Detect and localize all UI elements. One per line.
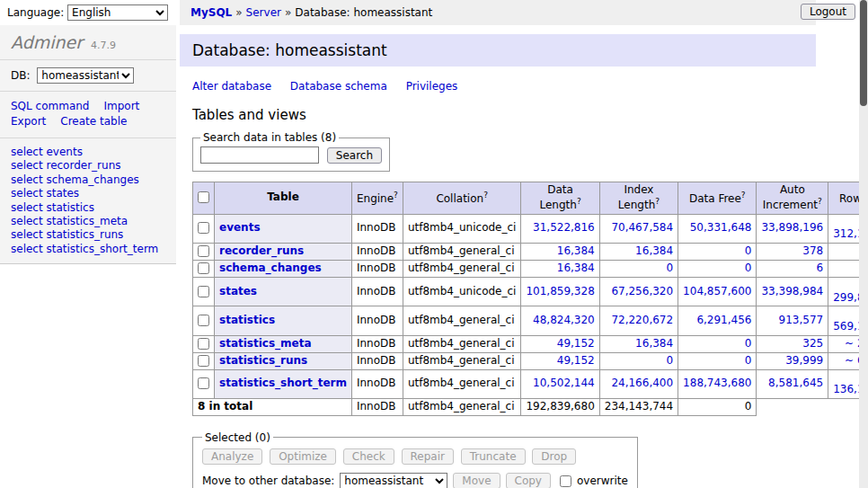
data-length-cell: 48,824,320 <box>521 306 599 336</box>
db-select[interactable]: homeassistant <box>37 67 134 84</box>
sidebar-export-link[interactable]: Export <box>11 115 46 128</box>
data-length-link[interactable]: 16,384 <box>557 244 595 257</box>
sidebar-create-table-link[interactable]: Create table <box>60 115 127 128</box>
table-name-cell: events <box>215 214 352 244</box>
auto-increment-link[interactable]: 913,577 <box>779 314 824 326</box>
row-checkbox[interactable] <box>198 355 209 367</box>
auto-increment-link[interactable]: 325 <box>802 337 823 350</box>
index-length-link[interactable]: 24,166,400 <box>611 377 673 389</box>
row-checkbox[interactable] <box>198 338 209 350</box>
table-name-link[interactable]: statistics_runs <box>219 354 307 367</box>
optimize-button[interactable]: Optimize <box>270 448 336 465</box>
copy-button[interactable]: Copy <box>506 473 551 488</box>
data-free-link[interactable]: 0 <box>745 244 752 257</box>
data-free-link[interactable]: 0 <box>745 337 752 350</box>
sidebar-sql-command-link[interactable]: SQL command <box>11 100 89 112</box>
table-name-link[interactable]: states <box>219 285 257 297</box>
table-name-link[interactable]: schema_changes <box>219 262 322 274</box>
row-checkbox[interactable] <box>198 377 209 389</box>
table-name-link[interactable]: statistics_short_term <box>219 377 347 389</box>
data-free-link[interactable]: 188,743,680 <box>683 377 751 389</box>
move-button[interactable]: Move <box>453 473 500 488</box>
data-free-link[interactable]: 6,291,456 <box>696 314 751 326</box>
adminer-logo-link[interactable]: Adminer <box>11 32 83 52</box>
data-length-link[interactable]: 49,152 <box>557 354 595 367</box>
row-checkbox[interactable] <box>198 262 209 274</box>
sidebar-select-events-link[interactable]: select events <box>11 146 165 159</box>
search-input[interactable] <box>200 146 319 164</box>
auto-increment-cell: 6 <box>757 260 828 277</box>
database-schema-link[interactable]: Database schema <box>290 80 387 93</box>
data-length-link[interactable]: 16,384 <box>557 262 595 274</box>
search-legend: Search data in tables (8) <box>200 131 339 144</box>
sidebar-select-recorder-runs-link[interactable]: select recorder_runs <box>11 159 165 173</box>
auto-increment-link[interactable]: 39,999 <box>785 354 823 367</box>
index-length-link[interactable]: 16,384 <box>635 244 673 257</box>
row-checkbox[interactable] <box>198 222 209 234</box>
sidebar-select-statistics-runs-link[interactable]: select statistics_runs <box>11 228 165 242</box>
auto-increment-cell: 325 <box>757 335 828 352</box>
data-free-link[interactable]: 0 <box>745 262 752 274</box>
data-length-link[interactable]: 101,859,328 <box>526 285 594 297</box>
table-name-link[interactable]: events <box>219 221 261 234</box>
data-length-link[interactable]: 48,824,320 <box>533 314 595 326</box>
data-length-link[interactable]: 49,152 <box>557 337 595 350</box>
sidebar-select-schema-changes-link[interactable]: select schema_changes <box>11 173 165 187</box>
overwrite-checkbox[interactable] <box>560 475 571 487</box>
scrollbar-thumb[interactable] <box>860 0 867 106</box>
auto-increment-cell: 33,898,196 <box>757 214 828 244</box>
row-checkbox[interactable] <box>198 315 209 326</box>
breadcrumb-mysql-link[interactable]: MySQL <box>190 6 232 19</box>
row-checkbox[interactable] <box>198 286 209 297</box>
data-free-link[interactable]: 50,331,648 <box>690 221 752 234</box>
check-all-checkbox[interactable] <box>198 191 209 203</box>
sidebar-import-link[interactable]: Import <box>103 100 139 112</box>
search-button[interactable]: Search <box>327 147 382 164</box>
table-name-link[interactable]: statistics <box>219 314 275 326</box>
data-free-cell: 188,743,680 <box>678 369 757 399</box>
check-button[interactable]: Check <box>343 448 394 465</box>
sidebar-db-section: DB: homeassistant <box>0 60 176 92</box>
truncate-button[interactable]: Truncate <box>461 448 526 465</box>
data-free-link[interactable]: 0 <box>745 354 752 367</box>
index-length-link[interactable]: 0 <box>666 262 673 274</box>
overwrite-label[interactable]: overwrite <box>556 473 628 488</box>
privileges-link[interactable]: Privileges <box>406 80 458 93</box>
data-free-link[interactable]: 104,857,600 <box>683 285 751 297</box>
table-name-link[interactable]: statistics_meta <box>219 337 312 350</box>
help-icon: ? <box>655 197 660 206</box>
index-length-link[interactable]: 16,384 <box>635 337 673 350</box>
auto-increment-link[interactable]: 33,898,196 <box>761 221 823 234</box>
data-length-link[interactable]: 10,502,144 <box>533 377 595 389</box>
breadcrumb-server-link[interactable]: Server <box>246 6 281 19</box>
move-database-select[interactable]: homeassistant <box>340 473 447 488</box>
auto-increment-cell: 378 <box>757 244 828 261</box>
sidebar-select-statistics-meta-link[interactable]: select statistics_meta <box>11 215 165 228</box>
index-length-link[interactable]: 72,220,672 <box>611 314 673 326</box>
row-checkbox[interactable] <box>198 245 209 257</box>
index-length-link[interactable]: 0 <box>666 354 673 367</box>
logout-button[interactable]: Logout <box>801 4 855 20</box>
auto-increment-cell: 8,581,645 <box>757 369 828 399</box>
drop-button[interactable]: Drop <box>532 448 576 465</box>
sidebar-select-statistics-short-term-link[interactable]: select statistics_short_term <box>11 243 165 256</box>
vertical-scrollbar[interactable] <box>859 0 868 488</box>
index-length-link[interactable]: 67,256,320 <box>611 285 673 297</box>
auto-increment-link[interactable]: 378 <box>802 244 823 257</box>
col-header-collation: Collation? <box>403 182 521 215</box>
total-index-length-cell: 234,143,744 <box>599 399 678 416</box>
index-length-link[interactable]: 70,467,584 <box>611 221 673 234</box>
table-name-link[interactable]: recorder_runs <box>219 244 304 257</box>
auto-increment-cell: 913,577 <box>757 306 828 336</box>
auto-increment-link[interactable]: 8,581,645 <box>768 377 823 389</box>
auto-increment-link[interactable]: 33,398,984 <box>761 285 823 297</box>
col-header-data-length: Data Length? <box>521 182 599 215</box>
alter-database-link[interactable]: Alter database <box>192 80 271 93</box>
sidebar-select-states-link[interactable]: select states <box>11 187 165 200</box>
data-length-link[interactable]: 31,522,816 <box>533 221 595 234</box>
language-select[interactable]: English <box>67 4 168 21</box>
repair-button[interactable]: Repair <box>402 448 454 465</box>
analyze-button[interactable]: Analyze <box>202 448 262 465</box>
auto-increment-link[interactable]: 6 <box>817 262 824 274</box>
sidebar-select-statistics-link[interactable]: select statistics <box>11 201 165 215</box>
